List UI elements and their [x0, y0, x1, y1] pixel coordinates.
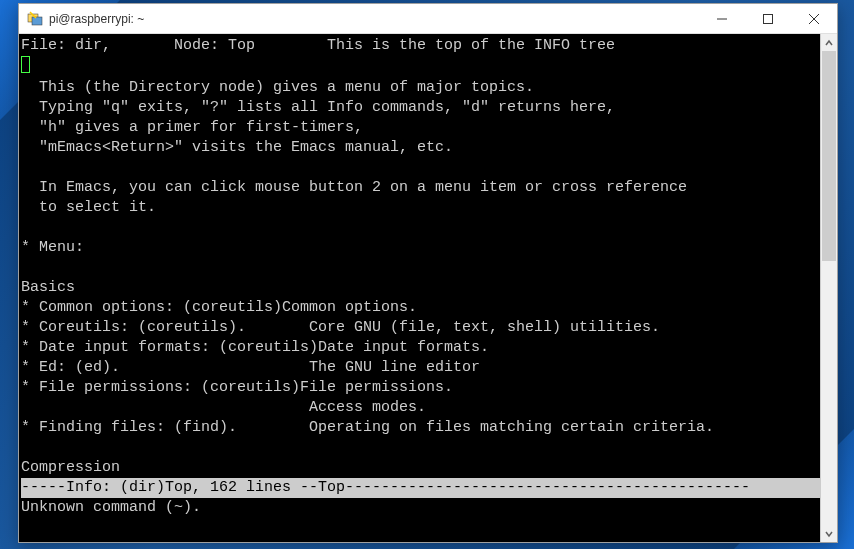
scroll-thumb[interactable] [822, 51, 836, 261]
menu-item[interactable]: * File permissions: (coreutils)File perm… [21, 379, 453, 396]
terminal-window: pi@raspberrypi: ~ File: dir, Node: Top T… [18, 3, 838, 543]
menu-label: * Menu: [21, 239, 84, 256]
svg-rect-4 [764, 14, 773, 23]
intro-line: to select it. [21, 199, 156, 216]
window-controls [699, 4, 837, 34]
info-statusline: -----Info: (dir)Top, 162 lines --Top----… [21, 478, 820, 498]
section-heading: Compression [21, 459, 120, 476]
window-title: pi@raspberrypi: ~ [49, 12, 699, 26]
menu-item: Access modes. [21, 399, 426, 416]
intro-line: Typing "q" exits, "?" lists all Info com… [21, 99, 615, 116]
intro-line: This (the Directory node) gives a menu o… [21, 79, 534, 96]
titlebar[interactable]: pi@raspberrypi: ~ [19, 4, 837, 34]
scroll-down-arrow[interactable] [821, 525, 837, 542]
menu-item[interactable]: * Finding files: (find). Operating on fi… [21, 419, 714, 436]
cursor [21, 56, 30, 73]
intro-line: In Emacs, you can click mouse button 2 o… [21, 179, 687, 196]
terminal-content[interactable]: File: dir, Node: Top This is the top of … [19, 34, 820, 542]
maximize-button[interactable] [745, 4, 791, 34]
svg-rect-1 [32, 17, 42, 25]
menu-item[interactable]: * Common options: (coreutils)Common opti… [21, 299, 417, 316]
menu-item[interactable]: * Ed: (ed). The GNU line editor [21, 359, 480, 376]
section-heading: Basics [21, 279, 75, 296]
minimize-button[interactable] [699, 4, 745, 34]
intro-line: "mEmacs<Return>" visits the Emacs manual… [21, 139, 453, 156]
scroll-up-arrow[interactable] [821, 34, 837, 51]
close-button[interactable] [791, 4, 837, 34]
putty-icon [27, 11, 43, 27]
vertical-scrollbar[interactable] [820, 34, 837, 542]
menu-item[interactable]: * Coreutils: (coreutils). Core GNU (file… [21, 319, 660, 336]
info-commandline: Unknown command (~). [21, 499, 201, 516]
intro-line: "h" gives a primer for first-timers, [21, 119, 363, 136]
menu-item[interactable]: * Date input formats: (coreutils)Date in… [21, 339, 489, 356]
scroll-track[interactable] [821, 51, 837, 525]
info-header: File: dir, Node: Top This is the top of … [21, 37, 615, 54]
